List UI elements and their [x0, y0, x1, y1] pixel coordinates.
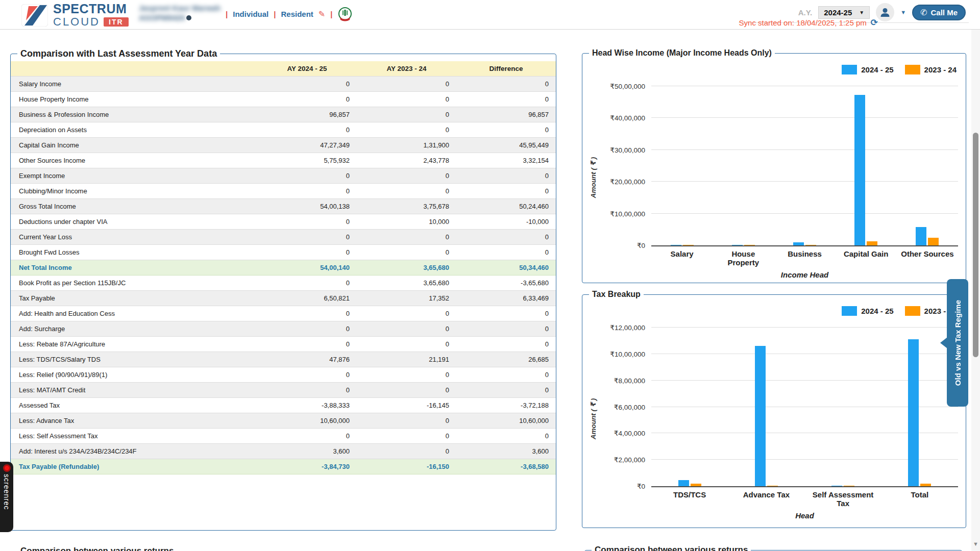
bar-group: [651, 245, 713, 245]
chevron-down-icon: ▼: [859, 10, 864, 15]
chart-plot-area: ₹0₹2,00,000₹4,00,000₹6,00,000₹8,00,000₹1…: [651, 329, 958, 487]
x-category-label: Other Sources: [897, 249, 958, 267]
column-header: AY 2024 - 25: [257, 61, 357, 76]
row-value: 3,65,680: [357, 260, 456, 275]
user-menu-caret-icon[interactable]: ▼: [900, 9, 906, 15]
tab-arrow-left-icon: [940, 337, 947, 348]
row-value: 3,600: [257, 443, 357, 459]
tax-breakup-chart-panel: Tax Breakup 2024 - 252023 - 24 Amount ( …: [582, 290, 966, 528]
call-me-button[interactable]: ✆ Call Me: [912, 5, 966, 20]
row-label: Current Year Loss: [11, 229, 257, 244]
table-row: Salary Income000: [11, 76, 556, 91]
bar: [793, 242, 804, 245]
row-value: 17,352: [357, 290, 456, 306]
y-tick-label: ₹40,00,000: [585, 114, 645, 122]
row-label: Less: Relief (90/90A/91)/89(1): [11, 367, 257, 382]
row-label: Less: Advance Tax: [11, 413, 257, 428]
row-value: 96,857: [257, 107, 357, 122]
row-value: 0: [456, 244, 556, 260]
row-label: Depreciation on Assets: [11, 122, 257, 137]
comparison-returns-panel-right: Comparison between various returns: [584, 545, 962, 551]
legend-swatch-icon: [905, 306, 920, 316]
bar: [867, 241, 877, 245]
y-tick-label: ₹10,00,000: [585, 210, 645, 218]
row-value: 0: [456, 122, 556, 137]
table-row: Deductions under chapter VIA010,000-10,0…: [11, 214, 556, 229]
legend-item[interactable]: 2023 - 24: [905, 65, 957, 74]
x-axis-categories: TDS/TCSAdvance TaxSelf Assessment TaxTot…: [651, 490, 958, 508]
table-row: Business & Profession Income96,857096,85…: [11, 107, 556, 122]
row-value: 0: [357, 382, 456, 397]
bar: [831, 486, 842, 486]
row-value: 1,31,900: [357, 137, 456, 153]
user-avatar[interactable]: [876, 3, 894, 21]
record-dot-icon: [3, 464, 11, 472]
row-label: Add: Interest u/s 234A/234B/234C/234F: [11, 443, 257, 459]
table-row: Less: Rebate 87A/Agriculture000: [11, 336, 556, 352]
row-label: Brought Fwd Losses: [11, 244, 257, 260]
row-value: 0: [456, 321, 556, 336]
separator: |: [226, 10, 228, 18]
row-value: 0: [257, 76, 357, 91]
table-row: Less: Relief (90/90A/91)/89(1)000: [11, 367, 556, 382]
person-icon: [879, 7, 891, 18]
legend-item[interactable]: 2024 - 25: [842, 65, 893, 74]
legend-swatch-icon: [842, 306, 857, 316]
row-value: 47,876: [257, 352, 357, 367]
row-label: Assessed Tax: [11, 397, 257, 413]
row-value: 3,75,678: [357, 198, 456, 214]
y-tick-label: ₹10,00,000: [585, 350, 645, 358]
row-value: 0: [456, 168, 556, 183]
row-value: 0: [456, 306, 556, 321]
edit-pencil-icon[interactable]: ✎: [318, 9, 325, 19]
table-row: Clubbing/Minor Income000: [11, 183, 556, 198]
row-value: -3,72,188: [456, 397, 556, 413]
call-me-label: Call Me: [930, 8, 958, 17]
row-value: 0: [456, 91, 556, 107]
table-row: Less: TDS/TCS/Salary TDS47,87621,19126,6…: [11, 352, 556, 367]
sync-status-text: Sync started on: 18/04/2025, 1:25 pm: [739, 18, 867, 27]
scrollbar-thumb[interactable]: [973, 133, 978, 357]
row-label: Less: Rebate 87A/Agriculture: [11, 336, 257, 352]
table-row: Net Total Income54,00,1403,65,68050,34,4…: [11, 260, 556, 275]
row-value: 0: [357, 306, 456, 321]
x-category-label: Self Assessment Tax: [805, 490, 881, 508]
assessment-year-dropdown[interactable]: 2024-25 ▼: [818, 6, 870, 19]
row-value: 0: [357, 168, 456, 183]
row-label: Capital Gain Income: [11, 137, 257, 153]
table-row: Book Profit as per Section 115JB/JC03,65…: [11, 275, 556, 290]
old-vs-new-tax-regime-tab[interactable]: Old vs New Tax Regime: [947, 279, 968, 407]
row-value: -10,000: [456, 214, 556, 229]
sync-refresh-icon[interactable]: ⟳: [871, 17, 878, 28]
row-value: 0: [257, 428, 357, 443]
row-value: 6,33,469: [456, 290, 556, 306]
row-value: 0: [357, 413, 456, 428]
row-value: 0: [257, 306, 357, 321]
row-value: 10,60,000: [257, 413, 357, 428]
bar: [744, 245, 755, 245]
scroll-down-arrow-icon[interactable]: ▼: [971, 539, 980, 549]
row-value: 0: [456, 428, 556, 443]
x-axis-categories: SalaryHouse PropertyBusinessCapital Gain…: [651, 249, 958, 267]
row-value: 54,00,140: [257, 260, 357, 275]
row-value: 0: [257, 229, 357, 244]
bar: [671, 245, 681, 245]
row-value: 0: [357, 244, 456, 260]
bar-group: [728, 346, 804, 486]
x-category-label: House Property: [713, 249, 774, 267]
screenrec-label: screenrec: [3, 474, 11, 510]
spectrum-logo-icon: [21, 4, 48, 27]
app-window: SPECTRUM CLOUD ITR Jaspreet Kaur Marwah …: [0, 0, 980, 551]
legend-item[interactable]: 2024 - 25: [842, 306, 893, 316]
row-value: 2,43,778: [357, 153, 456, 168]
legend-swatch-icon: [905, 65, 920, 74]
x-category-label: Total: [881, 490, 958, 508]
x-axis-label: Income Head: [651, 270, 958, 279]
table-row: Less: MAT/AMT Credit000: [11, 382, 556, 397]
row-value: 0: [257, 275, 357, 290]
brand-text: SPECTRUM CLOUD ITR: [53, 3, 129, 28]
bar: [805, 245, 816, 245]
row-label: Deductions under chapter VIA: [11, 214, 257, 229]
screenrec-badge[interactable]: screenrec: [0, 462, 13, 532]
vertical-scrollbar[interactable]: ▲ ▼: [971, 0, 980, 551]
